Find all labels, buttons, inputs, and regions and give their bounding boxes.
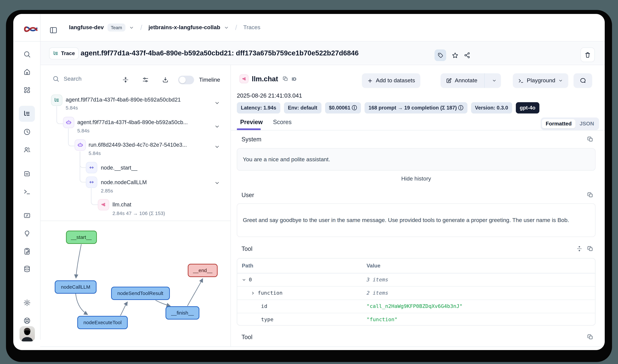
tree-row-label[interactable]: agent.f9f77d1a-437f-4ba6-890e-b592a50cbd… (66, 97, 181, 103)
chevron-down-icon[interactable] (214, 124, 220, 130)
tree-row-meta: 2.84s 47 → 106 (Σ 153) (113, 210, 165, 216)
delete-trace-button[interactable] (580, 47, 595, 62)
tag-icon (437, 52, 444, 59)
copy-icon[interactable] (283, 76, 288, 82)
format-toggle-json[interactable]: JSON (576, 119, 598, 129)
observation-header: llm.chat ID (240, 74, 296, 83)
sidebar-toggle-button[interactable] (48, 25, 59, 36)
star-button[interactable] (449, 50, 461, 61)
expand-rows-icon[interactable] (576, 246, 582, 252)
annotate-button[interactable]: Annotate (440, 73, 501, 88)
robot-icon (66, 119, 72, 125)
agent-graph[interactable]: __start__ nodeCallLLM nodeSendToolResult… (40, 221, 231, 346)
copy-icon[interactable] (587, 192, 593, 198)
sidebar-item-scores[interactable] (20, 209, 34, 222)
sidebar-item-dashboards[interactable] (20, 83, 34, 97)
avatar-image (20, 326, 35, 341)
tree-row-label[interactable]: node.nodeCallLLM (101, 179, 147, 185)
tokens-badge[interactable]: 168 prompt → 19 completion (Σ 187) ⓘ (365, 102, 467, 114)
chevron-down-icon[interactable] (214, 180, 220, 186)
tree-row-duration: 5.84s (66, 105, 78, 110)
graph-node-nodeExecuteTool[interactable]: nodeExecuteTool (78, 316, 127, 329)
add-to-datasets-label: Add to datasets (376, 77, 415, 84)
tool2-heading: Tool (242, 334, 252, 341)
sidebar-item-search[interactable] (20, 47, 34, 61)
sidebar-item-annotation[interactable] (20, 245, 34, 258)
row-path: type (261, 316, 273, 322)
avatar[interactable] (20, 326, 35, 341)
format-toggle-formatted[interactable]: Formatted (542, 119, 576, 129)
sidebar-item-datasets[interactable] (20, 262, 34, 275)
trace-icon (54, 97, 60, 103)
annotate-dropdown[interactable] (488, 73, 501, 88)
generation-type-icon (98, 199, 109, 210)
add-to-datasets-button[interactable]: Add to datasets (362, 73, 420, 88)
chevron-down-icon[interactable] (242, 278, 246, 282)
trace-badge-label: Trace (61, 51, 75, 56)
graph-node-start[interactable]: __start__ (66, 231, 97, 244)
chevron-down-icon[interactable] (129, 25, 134, 30)
table-row[interactable]: function 2 items (237, 286, 595, 300)
generation-type-icon (240, 74, 248, 83)
sidebar-item-evaluation[interactable] (20, 227, 34, 240)
tool-heading: Tool (242, 246, 252, 252)
sidebar-item-support[interactable] (20, 314, 34, 327)
table-row[interactable]: id "call_n2HaWg9KFP0BZDqXv6G4b3nJ" (237, 300, 595, 313)
tree-row-label[interactable]: agent.f9f77d1a-437f-4ba6-890e-b592a50cb.… (77, 119, 188, 125)
copy-icon[interactable] (587, 246, 593, 252)
gear-icon (23, 299, 31, 306)
observation-badges: Latency: 1.94s Env: default $0.00061 ⓘ 1… (237, 102, 539, 114)
span-type-icon (86, 177, 97, 188)
comment-button[interactable] (574, 73, 592, 88)
sidebar-item-sessions[interactable] (20, 125, 34, 138)
users-icon (23, 146, 31, 154)
chevron-down-icon[interactable] (214, 144, 220, 150)
clock-icon (23, 128, 31, 136)
tab-preview[interactable]: Preview (240, 119, 263, 126)
copy-icon[interactable] (587, 136, 593, 142)
chevron-down-icon[interactable] (214, 100, 220, 106)
graph-node-finish[interactable]: __finish__ (166, 307, 199, 319)
chevron-right-icon[interactable] (251, 291, 255, 295)
playground-button[interactable]: Playground (513, 73, 568, 88)
row-value: 2 items (367, 290, 388, 296)
sidebar-item-home[interactable] (20, 65, 34, 78)
breadcrumb-page[interactable]: Traces (243, 24, 260, 31)
graph-node-nodeSendToolResult[interactable]: nodeSendToolResult (111, 287, 169, 300)
sidebar-item-prompts[interactable] (20, 167, 34, 180)
cost-badge[interactable]: $0.00061 ⓘ (325, 102, 361, 114)
graph-node-nodeCallLLM[interactable]: nodeCallLLM (55, 281, 96, 293)
breadcrumb-org[interactable]: langfuse-dev (69, 24, 104, 31)
observation-title: llm.chat (252, 75, 278, 83)
chevron-down-icon (558, 78, 563, 83)
generation-swirl-icon (101, 202, 106, 208)
agent-type-icon (63, 117, 74, 128)
user-message-box: Greet and say goodbye to the user in the… (237, 203, 595, 237)
tree-row-label[interactable]: node.__start__ (101, 165, 137, 171)
table-row[interactable]: 0 3 items (237, 273, 595, 287)
share-button[interactable] (462, 50, 473, 61)
hide-history-button[interactable]: Hide history (237, 176, 595, 182)
graph-node-label: nodeExecuteTool (83, 320, 122, 325)
row-value: "function" (367, 316, 398, 322)
sidebar-item-traces[interactable] (19, 106, 35, 122)
table-row[interactable]: type "function" (237, 313, 595, 326)
tree-row-label[interactable]: run.6f8d2449-33ed-4c7c-82e7-5410e3... (89, 142, 187, 148)
sidebar-item-settings[interactable] (20, 296, 34, 309)
sidebar-item-users[interactable] (20, 143, 34, 156)
graph-node-end[interactable]: __end__ (188, 264, 217, 277)
column-value: Value (367, 263, 380, 269)
generation-swirl-icon (241, 76, 247, 81)
tag-button[interactable] (435, 50, 446, 61)
sidebar-item-playground[interactable] (20, 185, 34, 198)
star-icon (451, 52, 459, 59)
span-arrows-icon (89, 179, 95, 185)
tab-scores[interactable]: Scores (273, 119, 292, 126)
copy-icon[interactable] (587, 334, 593, 340)
breadcrumb-project[interactable]: jetbrains-x-langfuse-collab (148, 24, 220, 31)
model-badge[interactable]: gpt-4o (516, 102, 540, 114)
terminal-icon (518, 78, 524, 83)
chevron-down-icon[interactable] (224, 25, 229, 30)
tree-row-label[interactable]: llm.chat (113, 201, 131, 208)
trace-title: agent.f9f77d1a-437f-4ba6-890e-b592a50cbd… (81, 49, 359, 57)
